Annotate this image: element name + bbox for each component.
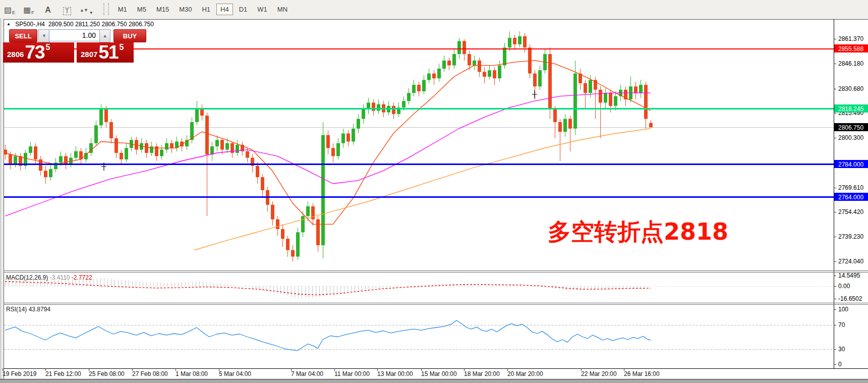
- sell-quote-panel[interactable]: 2806 73 5: [3, 42, 74, 63]
- svg-text:15 Mar 00:00: 15 Mar 00:00: [421, 370, 457, 377]
- macd-main-value: -3.4110: [50, 274, 70, 281]
- buy-price-big: 51: [98, 45, 118, 60]
- svg-text:20 Mar 20:00: 20 Mar 20:00: [507, 370, 543, 377]
- svg-text:70: 70: [838, 321, 845, 329]
- buy-quote-panel[interactable]: 2807 51 5: [77, 42, 134, 63]
- svg-text:2764.000: 2764.000: [838, 194, 863, 201]
- svg-text:1 Mar 08:00: 1 Mar 08:00: [176, 370, 208, 377]
- chart-title: ▲ SP500-,H4 2809.500 2811.250 2806.750 2…: [7, 21, 154, 28]
- volume-up-button[interactable]: ▲: [99, 29, 110, 42]
- indicator-axes: 14.54950.00-16.650210070300: [834, 272, 862, 368]
- symbol-timeframe: SP500-,H4: [15, 21, 45, 28]
- svg-text:100: 100: [838, 306, 848, 313]
- svg-text:2769.610: 2769.610: [838, 184, 863, 191]
- sell-price-big: 73: [25, 45, 44, 60]
- rsi-value: 43.8794: [29, 306, 50, 313]
- svg-text:13 Mar 00:00: 13 Mar 00:00: [377, 370, 413, 377]
- svg-text:19 Feb 2019: 19 Feb 2019: [3, 370, 37, 377]
- svg-text:2806.750: 2806.750: [838, 124, 863, 131]
- svg-text:2784.000: 2784.000: [838, 161, 863, 168]
- svg-text:2800.300: 2800.300: [838, 134, 863, 141]
- date-axis: 19 Feb 201921 Feb 12:0025 Feb 08:0027 Fe…: [3, 368, 660, 377]
- svg-text:7 Mar 04:00: 7 Mar 04:00: [291, 370, 323, 377]
- svg-text:2754.420: 2754.420: [838, 208, 863, 215]
- ohlc-values: 2809.500 2811.250 2806.750 2806.750: [48, 21, 154, 28]
- svg-text:27 Feb 08:00: 27 Feb 08:00: [132, 370, 168, 377]
- rsi-label: RSI(14) 43.8794: [6, 306, 50, 313]
- volume-down-button[interactable]: ▼: [38, 29, 50, 42]
- buy-button[interactable]: BUY: [113, 29, 146, 42]
- svg-text:18 Mar 20:00: 18 Mar 20:00: [464, 370, 500, 377]
- svg-text:2830.680: 2830.680: [838, 85, 863, 92]
- svg-text:14.5495: 14.5495: [838, 272, 860, 279]
- svg-text:11 Mar 00:00: 11 Mar 00:00: [334, 370, 370, 377]
- svg-text:-16.6502: -16.6502: [838, 295, 862, 302]
- price-axis: 2861.3702846.1802830.6802815.4902800.300…: [834, 35, 868, 265]
- svg-text:2855.588: 2855.588: [838, 45, 863, 52]
- rsi-indicator: [5, 320, 651, 351]
- svg-text:2861.370: 2861.370: [838, 35, 863, 42]
- sell-price-sup: 5: [46, 43, 50, 52]
- svg-text:2846.180: 2846.180: [838, 60, 863, 67]
- svg-text:5 Mar 04:00: 5 Mar 04:00: [219, 370, 251, 377]
- svg-text:22 Mar 20:00: 22 Mar 20:00: [581, 370, 617, 377]
- macd-label: MACD(12,26,9) -3.4110 -2.7722: [6, 274, 92, 281]
- svg-text:2818.245: 2818.245: [838, 105, 863, 113]
- volume-input[interactable]: 1.00: [49, 29, 100, 41]
- svg-text:0.00: 0.00: [838, 283, 850, 290]
- buy-price-main: 2807: [81, 50, 97, 59]
- trade-markers: [101, 90, 537, 171]
- svg-text:30: 30: [838, 346, 845, 353]
- buy-price-sup: 5: [120, 43, 124, 52]
- rsi-levels: [4, 325, 834, 350]
- svg-text:21 Feb 12:00: 21 Feb 12:00: [45, 370, 81, 377]
- macd-signal-value: -2.7722: [72, 274, 92, 281]
- svg-text:2724.040: 2724.040: [838, 258, 863, 265]
- svg-text:26 Mar 16:00: 26 Mar 16:00: [624, 370, 660, 377]
- svg-text:2739.230: 2739.230: [838, 233, 863, 240]
- mt4-window: ▨E ▦F A T ▲▼▼ M1 M5 M15 M30 H1 H4 D1 W1 …: [0, 0, 868, 383]
- sell-price-main: 2806: [7, 50, 24, 59]
- sell-button[interactable]: SELL: [9, 29, 37, 42]
- svg-text:0: 0: [838, 361, 842, 368]
- chart-annotation-text: 多空转折点2818: [548, 216, 728, 248]
- collapse-triangle-icon[interactable]: ▲: [7, 22, 11, 26]
- svg-text:25 Feb 08:00: 25 Feb 08:00: [89, 370, 125, 377]
- macd-indicator: [4, 277, 834, 298]
